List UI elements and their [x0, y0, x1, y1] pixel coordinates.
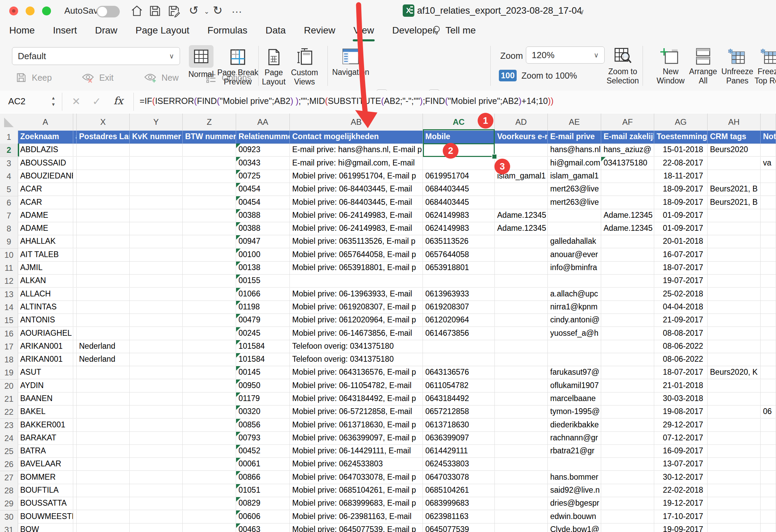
cell-AC24[interactable]: 0636399097	[423, 432, 495, 445]
cell-XX27[interactable]	[761, 471, 776, 484]
cell-AC12[interactable]	[423, 275, 495, 288]
cell-Z3[interactable]	[183, 157, 236, 170]
cell-AG29[interactable]: 19-12-2017	[654, 497, 708, 510]
cell-AE29[interactable]: dries@bgespr	[548, 497, 601, 510]
cell-AB30[interactable]: Mobiel prive: 06-23981163, E-mail	[290, 510, 423, 523]
cell-AB20[interactable]: Mobiel prive: 06-11054782, E-mail	[290, 380, 423, 393]
cell-X14[interactable]	[77, 301, 130, 314]
cell-X17[interactable]: Nederland	[77, 340, 130, 353]
column-header-AF[interactable]: AF	[601, 114, 654, 131]
formula-input[interactable]: =IF(ISERROR(FIND("Mobiel prive";AB2) );"…	[140, 96, 554, 106]
cell-XX30[interactable]	[761, 510, 776, 523]
cell-Z27[interactable]	[183, 471, 236, 484]
row-header-30[interactable]: 30	[0, 510, 18, 524]
cell-AB17[interactable]: Telefoon overig: 0341375180	[290, 340, 423, 353]
cell-AC27[interactable]: 0647033078	[423, 471, 495, 484]
cell-X11[interactable]	[77, 262, 130, 275]
cell-AG21[interactable]: 30-03-2018	[654, 393, 708, 405]
cell-AF10[interactable]	[601, 249, 654, 262]
tab-data[interactable]: Data	[266, 25, 286, 39]
cell-AE23[interactable]: diederikbakke	[548, 419, 601, 432]
row-header-7[interactable]: 7	[0, 209, 18, 223]
cell-AF29[interactable]	[601, 497, 654, 510]
cell-hid24[interactable]	[73, 432, 77, 445]
redo-icon[interactable]: ↻	[213, 3, 223, 17]
cell-AB7[interactable]: Mobiel prive: 06-24149983, E-mail	[290, 209, 423, 222]
cell-AE12[interactable]	[548, 275, 601, 288]
keep-button[interactable]: Keep	[15, 72, 52, 83]
column-header-AE[interactable]: AE	[548, 114, 601, 131]
cell-Y29[interactable]	[130, 497, 183, 510]
cell-AH4[interactable]	[708, 170, 761, 183]
cell-AG22[interactable]: 19-08-2017	[654, 405, 708, 418]
cell-AB23[interactable]: Mobiel prive: 0613718630, E-mail p	[290, 419, 423, 432]
cell-AF6[interactable]	[601, 196, 654, 209]
cell-AC11[interactable]: 0653918801	[423, 262, 495, 275]
row-header-19[interactable]: 19	[0, 366, 18, 380]
custom-views-button[interactable]: Custom Views	[284, 48, 325, 87]
cell-AF14[interactable]	[601, 301, 654, 314]
cell-Y9[interactable]	[130, 235, 183, 248]
cell-AE24[interactable]: rachnann@gr	[548, 432, 601, 445]
cell-AH11[interactable]	[708, 262, 761, 275]
more-toolbar-icon[interactable]: …	[231, 3, 242, 15]
cell-AC2[interactable]	[423, 144, 495, 157]
cell-Y19[interactable]	[130, 366, 183, 379]
column-header-AA[interactable]: AA	[236, 114, 290, 131]
cell-AF19[interactable]	[601, 366, 654, 379]
cell-AG2[interactable]: 15-01-2018	[654, 144, 708, 157]
cell-Y24[interactable]	[130, 432, 183, 445]
cell-AC29[interactable]: 0683999683	[423, 497, 495, 510]
cell-Z19[interactable]	[183, 366, 236, 379]
cell-AA30[interactable]: 00606	[236, 510, 290, 523]
cell-XX6[interactable]	[761, 196, 776, 209]
cell-AC21[interactable]: 0643184492	[423, 393, 495, 405]
cell-AD5[interactable]	[495, 183, 548, 196]
cell-Z17[interactable]	[183, 340, 236, 353]
cell-AC20[interactable]: 0611054782	[423, 380, 495, 393]
cell-Z15[interactable]	[183, 314, 236, 327]
header-cell-Y1[interactable]: KvK nummer	[130, 131, 183, 144]
cell-AC16[interactable]: 0614673856	[423, 327, 495, 340]
cell-A5[interactable]: ACAR	[18, 183, 73, 196]
cell-Y11[interactable]	[130, 262, 183, 275]
row-header-25[interactable]: 25	[0, 445, 18, 458]
cell-AH25[interactable]	[708, 445, 761, 458]
cell-AE4[interactable]: islam_gamal1	[548, 170, 601, 183]
tell-me-button[interactable]: Tell me	[432, 25, 476, 36]
cell-AG9[interactable]: 20-01-2018	[654, 235, 708, 248]
zoom-to-selection-button[interactable]: Zoom to Selection	[597, 46, 648, 85]
cell-AA18[interactable]: 101584	[236, 353, 290, 366]
header-cell-AC1[interactable]: Mobile	[423, 131, 495, 144]
row-header-2[interactable]: 2	[0, 144, 19, 157]
cell-AH13[interactable]	[708, 288, 761, 301]
cell-hid27[interactable]	[73, 471, 77, 484]
cell-XX29[interactable]	[761, 497, 776, 510]
cell-A21[interactable]: BAANEN	[18, 393, 73, 405]
cell-XX11[interactable]	[761, 262, 776, 275]
cell-AD8[interactable]: Adame.12345	[495, 222, 548, 235]
cell-AA17[interactable]: 101584	[236, 340, 290, 353]
column-header-X[interactable]: X	[77, 114, 130, 131]
cell-AD7[interactable]: Adame.12345	[495, 209, 548, 222]
name-box[interactable]: AC2	[0, 91, 70, 112]
cell-X23[interactable]	[77, 419, 130, 432]
cell-hid23[interactable]	[73, 419, 77, 432]
cell-AF13[interactable]	[601, 288, 654, 301]
cell-Y13[interactable]	[130, 288, 183, 301]
cell-A14[interactable]: ALTINTAS	[18, 301, 73, 314]
cell-AD17[interactable]	[495, 340, 548, 353]
cell-AH24[interactable]	[708, 432, 761, 445]
header-cell-hid1[interactable]: a	[73, 131, 77, 144]
cell-AC9[interactable]: 0635113526	[423, 235, 495, 248]
cell-hid17[interactable]	[73, 340, 77, 353]
cell-AB18[interactable]: Telefoon overig: 0341375180	[290, 353, 423, 366]
cell-X31[interactable]	[77, 523, 130, 532]
cell-Y14[interactable]	[130, 301, 183, 314]
cell-AH8[interactable]	[708, 222, 761, 235]
cell-AE15[interactable]: cindy.antoni@	[548, 314, 601, 327]
cell-AH7[interactable]	[708, 209, 761, 222]
cell-AC7[interactable]: 0624149983	[423, 209, 495, 222]
cell-AB24[interactable]: Mobiel prive: 0636399097, E-mail p	[290, 432, 423, 445]
row-header-18[interactable]: 18	[0, 353, 18, 367]
